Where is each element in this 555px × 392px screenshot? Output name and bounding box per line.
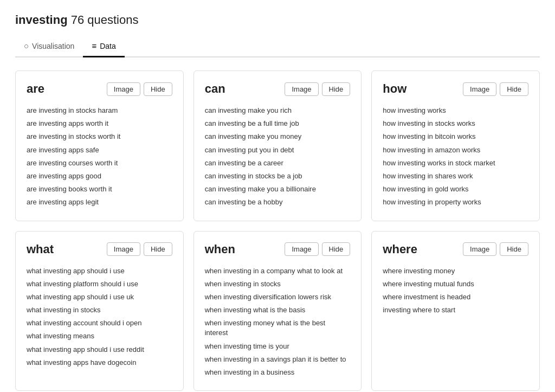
- image-button-how[interactable]: Image: [463, 82, 496, 96]
- list-item: can investing be a career: [205, 158, 351, 168]
- card-actions-where: ImageHide: [463, 242, 528, 256]
- list-item: how investing in stocks works: [383, 119, 528, 128]
- list-item: can investing put you in debt: [205, 145, 351, 155]
- card-header-are: areImageHide: [27, 82, 172, 96]
- list-item: how investing in shares work: [383, 171, 528, 181]
- image-button-can[interactable]: Image: [285, 82, 318, 96]
- image-button-what[interactable]: Image: [107, 242, 140, 256]
- card-title-how: how: [383, 82, 406, 96]
- cards-grid: areImageHideare investing in stocks hara…: [15, 70, 540, 391]
- list-item: how investing in property works: [383, 197, 528, 207]
- card-header-can: canImageHide: [205, 82, 351, 96]
- list-item: how investing in gold works: [383, 184, 528, 194]
- card-how: howImageHidehow investing workshow inves…: [371, 70, 540, 221]
- list-item: can investing be a full time job: [205, 119, 351, 128]
- card-header-where: whereImageHide: [383, 242, 528, 256]
- list-item: when investing diversification lowers ri…: [205, 292, 351, 302]
- tab-visualisation[interactable]: ○ Visualisation: [15, 37, 83, 57]
- list-item: what investing app should i use uk: [27, 292, 172, 302]
- hide-button-can[interactable]: Hide: [322, 82, 351, 96]
- page-title: investing 76 questions: [15, 13, 540, 27]
- card-list-how: how investing workshow investing in stoc…: [383, 106, 528, 208]
- list-item: are investing courses worth it: [27, 158, 172, 168]
- card-header-when: whenImageHide: [205, 242, 351, 256]
- list-item: what investing app should i use reddit: [27, 345, 172, 355]
- card-title-what: what: [27, 242, 54, 256]
- card-can: canImageHidecan investing make you richc…: [193, 70, 362, 221]
- list-item: can investing be a hobby: [205, 197, 351, 207]
- card-header-how: howImageHide: [383, 82, 528, 96]
- list-item: what investing means: [27, 331, 172, 341]
- list-item: are investing apps legit: [27, 197, 172, 207]
- image-button-where[interactable]: Image: [463, 242, 496, 256]
- list-item: can investing make you money: [205, 132, 351, 142]
- list-item: what investing app should i use: [27, 266, 172, 276]
- list-item: when investing time is your: [205, 342, 351, 351]
- list-item: how investing in bitcoin works: [383, 132, 528, 142]
- card-where: whereImageHidewhere investing moneywhere…: [371, 231, 540, 391]
- list-item: are investing apps safe: [27, 145, 172, 155]
- card-list-what: what investing app should i usewhat inve…: [27, 266, 172, 368]
- list-item: when investing money what is the best in…: [205, 318, 351, 338]
- card-title-can: can: [205, 82, 225, 96]
- list-item: where investment is headed: [383, 292, 528, 302]
- list-item: how investing works: [383, 106, 528, 115]
- card-list-where: where investing moneywhere investing mut…: [383, 266, 528, 316]
- tab-data[interactable]: ≡ Data: [83, 37, 124, 57]
- list-item: are investing apps worth it: [27, 119, 172, 128]
- card-actions-can: ImageHide: [285, 82, 350, 96]
- image-button-are[interactable]: Image: [107, 82, 140, 96]
- list-item: when investing in a business: [205, 368, 351, 377]
- card-title-when: when: [205, 242, 235, 256]
- card-list-when: when investing in a company what to look…: [205, 266, 351, 378]
- list-item: are investing apps good: [27, 171, 172, 181]
- hide-button-what[interactable]: Hide: [144, 242, 172, 256]
- card-header-what: whatImageHide: [27, 242, 172, 256]
- list-item: can investing make you rich: [205, 106, 351, 115]
- tab-data-label: Data: [100, 42, 116, 50]
- visualisation-icon: ○: [24, 41, 29, 50]
- card-title-are: are: [27, 82, 44, 96]
- hide-button-are[interactable]: Hide: [144, 82, 172, 96]
- list-item: how investing works in stock market: [383, 158, 528, 168]
- card-what: whatImageHidewhat investing app should i…: [15, 231, 184, 391]
- hide-button-where[interactable]: Hide: [500, 242, 528, 256]
- list-item: investing where to start: [383, 305, 528, 315]
- card-actions-how: ImageHide: [463, 82, 528, 96]
- list-item: when investing in a company what to look…: [205, 266, 351, 276]
- image-button-when[interactable]: Image: [285, 242, 318, 256]
- list-item: when investing what is the basis: [205, 305, 351, 315]
- hide-button-when[interactable]: Hide: [322, 242, 351, 256]
- card-actions-what: ImageHide: [107, 242, 172, 256]
- tabs-bar: ○ Visualisation ≡ Data: [15, 37, 540, 57]
- list-item: are investing in stocks haram: [27, 106, 172, 115]
- hide-button-how[interactable]: Hide: [500, 82, 528, 96]
- card-actions-when: ImageHide: [285, 242, 350, 256]
- tab-visualisation-label: Visualisation: [32, 42, 74, 50]
- card-title-where: where: [383, 242, 417, 256]
- page-title-suffix: 76 questions: [71, 13, 139, 27]
- list-item: what investing in stocks: [27, 305, 172, 315]
- list-item: where investing money: [383, 266, 528, 276]
- list-item: are investing books worth it: [27, 184, 172, 194]
- list-item: can investing in stocks be a job: [205, 171, 351, 181]
- list-item: what investing apps have dogecoin: [27, 358, 172, 368]
- list-item: are investing in stocks worth it: [27, 132, 172, 142]
- page-wrapper: investing 76 questions ○ Visualisation ≡…: [0, 0, 555, 392]
- card-list-can: can investing make you richcan investing…: [205, 106, 351, 208]
- page-title-keyword: investing: [15, 13, 68, 27]
- list-item: what investing platform should i use: [27, 279, 172, 289]
- list-item: can investing make you a billionaire: [205, 184, 351, 194]
- list-item: how investing in amazon works: [383, 145, 528, 155]
- data-icon: ≡: [92, 41, 96, 50]
- list-item: when investing in a savings plan it is b…: [205, 355, 351, 364]
- card-actions-are: ImageHide: [107, 82, 172, 96]
- list-item: when investing in stocks: [205, 279, 351, 289]
- list-item: what investing account should i open: [27, 318, 172, 328]
- card-are: areImageHideare investing in stocks hara…: [15, 70, 184, 221]
- list-item: where investing mutual funds: [383, 279, 528, 289]
- card-list-are: are investing in stocks haramare investi…: [27, 106, 172, 208]
- card-when: whenImageHidewhen investing in a company…: [193, 231, 362, 391]
